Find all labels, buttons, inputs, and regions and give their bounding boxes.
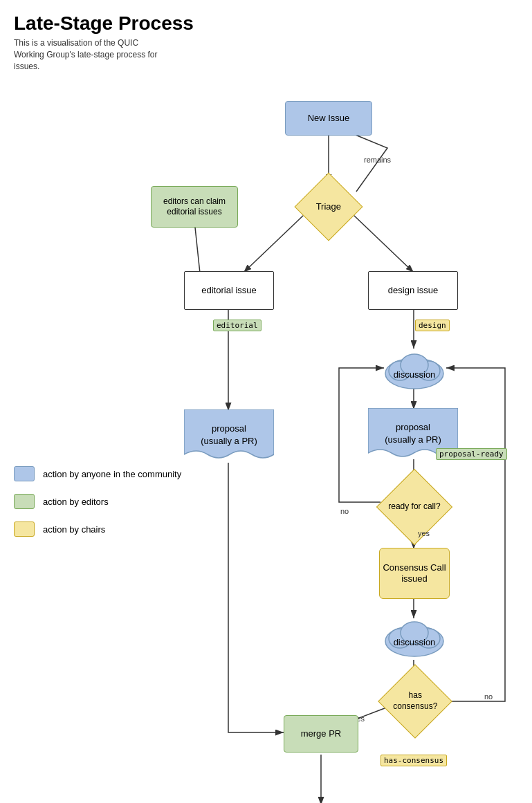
editorial-issue-box: editorial issue: [184, 271, 274, 310]
editorial-tag: editorial: [213, 320, 262, 331]
editors-claim-box: editors can claim editorial issues: [151, 186, 238, 228]
design-issue-box: design issue: [368, 271, 458, 310]
legend-label-community: action by anyone in the community: [43, 469, 181, 479]
ready-for-call-label: ready for call?: [388, 502, 440, 513]
svg-line-2: [244, 214, 304, 273]
proposal-ready-tag: proposal-ready: [436, 448, 507, 460]
remains-label: remains: [364, 155, 391, 165]
page-title: Late-Stage Process: [0, 0, 532, 37]
legend-label-chairs: action by chairs: [43, 524, 105, 535]
legend-box-green: [14, 494, 35, 509]
legend: action by anyone in the community action…: [14, 466, 181, 549]
svg-text:discussion: discussion: [394, 369, 436, 380]
svg-text:discussion: discussion: [394, 637, 436, 647]
svg-text:proposal: proposal: [212, 423, 246, 434]
ready-for-call-diamond: ready for call?: [376, 469, 452, 545]
new-issue-box: New Issue: [285, 101, 372, 136]
legend-item-chairs: action by chairs: [14, 522, 181, 537]
discussion1-cloud: discussion: [379, 347, 450, 390]
discussion2-cloud: discussion: [379, 615, 450, 658]
page-subtitle: This is a visualisation of the QUIC Work…: [0, 37, 180, 79]
triage-label: Triage: [316, 201, 341, 213]
legend-item-editors: action by editors: [14, 494, 181, 509]
legend-item-community: action by anyone in the community: [14, 466, 181, 481]
legend-label-editors: action by editors: [43, 497, 109, 507]
svg-line-3: [353, 214, 414, 273]
diagram-area: New Issue Triage remains editors can cla…: [0, 79, 532, 803]
svg-text:(usually a PR): (usually a PR): [385, 434, 441, 445]
has-consensus-diamond: has consensus?: [378, 665, 452, 739]
consensus-call-box: Consensus Call issued: [379, 548, 450, 599]
yes-label-ready: yes: [418, 528, 430, 538]
svg-text:(usually a PR): (usually a PR): [201, 436, 257, 446]
merge-pr-box: merge PR: [284, 715, 358, 753]
triage-diamond: Triage: [295, 173, 363, 241]
svg-text:proposal: proposal: [396, 422, 430, 432]
no-label-consensus: no: [484, 692, 493, 701]
has-consensus-label: has consensus?: [389, 691, 441, 712]
no-label-ready: no: [340, 506, 349, 516]
design-tag: design: [415, 320, 450, 331]
has-consensus-tag: has-consensus: [380, 755, 447, 766]
legend-box-yellow: [14, 522, 35, 537]
legend-box-blue: [14, 466, 35, 481]
proposal-editorial-box: proposal (usually a PR): [184, 409, 274, 465]
